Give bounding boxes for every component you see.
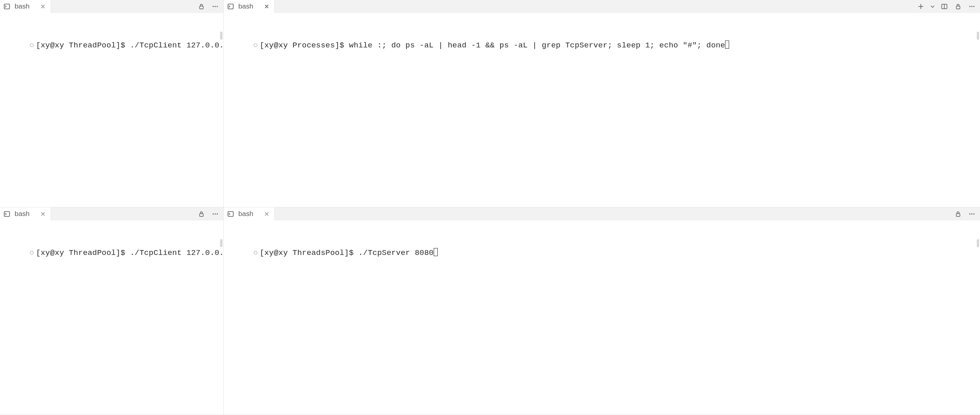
tab-label: bash [238,2,253,11]
svg-rect-5 [228,4,233,9]
svg-point-9 [969,6,971,7]
tab-actions [193,208,223,220]
close-icon[interactable] [38,1,48,12]
close-icon[interactable] [261,209,272,219]
prompt-text: [xy@xy ThreadPool]$ [36,248,130,257]
svg-point-4 [217,6,218,7]
prompt-marker-icon [254,251,257,255]
split-icon[interactable] [939,1,950,12]
lock-icon[interactable] [952,1,964,12]
svg-point-20 [971,214,973,215]
command-text: ./TcpClient 127.0.0.1 8080 [130,248,223,257]
more-icon[interactable] [210,208,221,220]
svg-point-3 [215,6,216,7]
svg-point-19 [969,214,971,215]
close-icon[interactable] [261,1,272,12]
prompt-marker-icon [30,43,34,47]
terminal-grid: bash [xy@xy ThreadPool]$ ./TcpClient 127… [0,0,980,415]
tab-bash[interactable]: bash [224,0,275,13]
svg-point-10 [971,6,973,7]
svg-rect-0 [4,4,10,9]
prompt-text: [xy@xy ThreadsPool]$ [260,248,359,257]
tab-actions [950,208,980,220]
terminal-output[interactable]: [xy@xy ThreadPool]$ ./TcpClient 127.0.0.… [0,220,223,415]
tab-bash[interactable]: bash [0,0,51,13]
terminal-icon [227,3,234,10]
command-text: while :; do ps -aL | head -1 && ps -aL |… [349,41,725,50]
svg-rect-13 [200,214,203,216]
svg-point-14 [213,214,214,215]
tab-bash[interactable]: bash [224,208,275,220]
terminal-pane-1: bash [224,0,980,208]
terminal-output[interactable]: [xy@xy Processes]$ while :; do ps -aL | … [224,13,980,207]
scrollbar-thumb[interactable] [220,239,223,247]
svg-point-15 [215,214,216,215]
tab-bash[interactable]: bash [0,208,51,220]
lock-icon[interactable] [952,208,964,220]
tab-label: bash [238,210,253,218]
prompt-marker-icon [254,43,257,47]
svg-rect-12 [4,212,10,216]
close-icon[interactable] [38,209,48,219]
tab-bar: bash [0,0,223,13]
svg-point-2 [213,6,214,7]
more-icon[interactable] [966,1,978,12]
tab-label: bash [15,210,30,218]
lock-icon[interactable] [196,1,207,12]
plus-icon[interactable] [915,1,927,12]
prompt-text: [xy@xy Processes]$ [260,41,349,50]
cursor [434,248,438,256]
tab-label: bash [15,2,30,11]
command-text: ./TcpServer 8080 [358,248,434,257]
terminal-icon [3,3,11,10]
scrollbar-thumb[interactable] [977,32,979,40]
tab-actions [913,0,980,13]
svg-rect-17 [228,212,233,216]
more-icon[interactable] [966,208,978,220]
tab-bar: bash [224,0,980,13]
terminal-pane-0: bash [xy@xy ThreadPool]$ ./TcpClient 127… [0,0,224,208]
cursor [725,41,729,49]
svg-point-11 [974,6,975,7]
scrollbar-thumb[interactable] [220,32,223,40]
svg-rect-8 [956,6,960,9]
svg-point-16 [217,214,218,215]
terminal-output[interactable]: [xy@xy ThreadsPool]$ ./TcpServer 8080 [224,220,980,415]
command-text: ./TcpClient 127.0.0.1 8080 [130,41,223,50]
terminal-icon [227,210,234,218]
terminal-pane-2: bash [xy@xy ThreadPool]$ ./TcpClient 127… [0,208,224,415]
svg-rect-1 [200,6,203,9]
prompt-marker-icon [30,251,34,255]
tab-actions [193,0,223,13]
more-icon[interactable] [210,1,221,12]
scrollbar-thumb[interactable] [977,239,979,247]
terminal-pane-3: bash [xy@xy ThreadsPool]$ ./TcpServer 80… [224,208,980,415]
terminal-icon [3,210,11,218]
tab-bar: bash [224,208,980,220]
svg-rect-18 [956,214,960,216]
lock-icon[interactable] [196,208,207,220]
prompt-text: [xy@xy ThreadPool]$ [36,41,130,50]
tab-bar: bash [0,208,223,220]
terminal-output[interactable]: [xy@xy ThreadPool]$ ./TcpClient 127.0.0.… [0,13,223,207]
chevron-down-icon[interactable] [929,1,936,12]
svg-point-21 [974,214,975,215]
